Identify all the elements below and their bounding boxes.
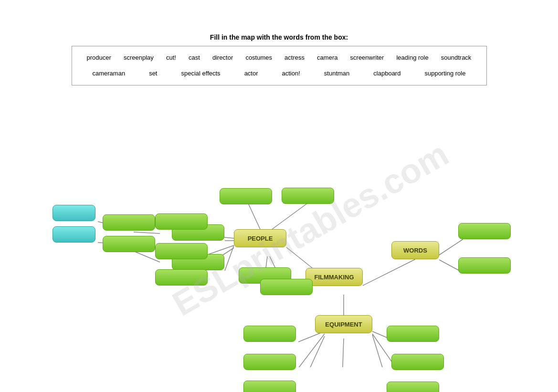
svg-line-6 (225, 245, 234, 271)
word-cast: cast (185, 51, 204, 65)
svg-line-11 (134, 232, 160, 233)
word-action: action! (278, 67, 304, 81)
svg-line-19 (298, 334, 325, 367)
node-left-mid1 (103, 214, 155, 231)
svg-line-16 (439, 239, 463, 255)
node-left-right3 (155, 269, 208, 286)
node-people-top-right (282, 188, 334, 204)
node-words-bottom (458, 257, 511, 274)
word-supporting-role: supporting role (421, 67, 469, 81)
node-filmmaking: FILMMAKING (305, 268, 363, 286)
node-left-right1 (155, 213, 208, 230)
node-equip-left1 (243, 326, 296, 342)
svg-line-3 (248, 203, 260, 229)
instruction-text: Fill in the map with the words from the … (0, 0, 558, 41)
svg-line-21 (341, 339, 344, 367)
word-actress: actress (281, 51, 308, 65)
word-screenwriter: screenwriter (347, 51, 388, 65)
word-set: set (145, 67, 161, 81)
node-equipment: EQUIPMENT (315, 315, 372, 333)
node-left-right2 (155, 243, 208, 259)
word-soundtrack: soundtrack (437, 51, 475, 65)
word-stuntman: stuntman (320, 67, 353, 81)
node-people-top-left (220, 188, 272, 204)
word-box: producer screenplay cut! cast director c… (72, 46, 487, 85)
node-left-mid2 (103, 236, 155, 252)
word-special-effects: special effects (177, 67, 224, 81)
node-words-top (458, 223, 511, 239)
word-camera: camera (313, 51, 341, 65)
word-director: director (209, 51, 237, 65)
node-people-bottom2 (260, 279, 313, 295)
word-clapboard: clapboard (369, 67, 404, 81)
node-cyan-1 (53, 205, 95, 221)
word-cut: cut! (162, 51, 180, 65)
node-words: WORDS (391, 241, 439, 259)
svg-line-4 (272, 203, 308, 229)
word-costumes: costumes (242, 51, 276, 65)
word-screenplay: screenplay (120, 51, 158, 65)
node-equip-left3 (243, 381, 296, 392)
svg-line-20 (298, 336, 325, 367)
node-equip-right3 (387, 381, 439, 392)
node-equip-right2 (391, 354, 444, 370)
word-cameraman: cameraman (89, 67, 129, 81)
node-people: PEOPLE (234, 229, 286, 247)
word-actor: actor (241, 67, 262, 81)
mind-map-container: FILMMAKING PEOPLE WORDS EQUIPMENT ESLpri… (0, 90, 558, 367)
node-equip-left2 (243, 354, 296, 370)
word-producer: producer (83, 51, 115, 65)
word-leading-role: leading role (392, 51, 432, 65)
node-cyan-2 (53, 226, 95, 243)
svg-line-1 (363, 259, 415, 286)
node-equip-right1 (387, 326, 439, 342)
